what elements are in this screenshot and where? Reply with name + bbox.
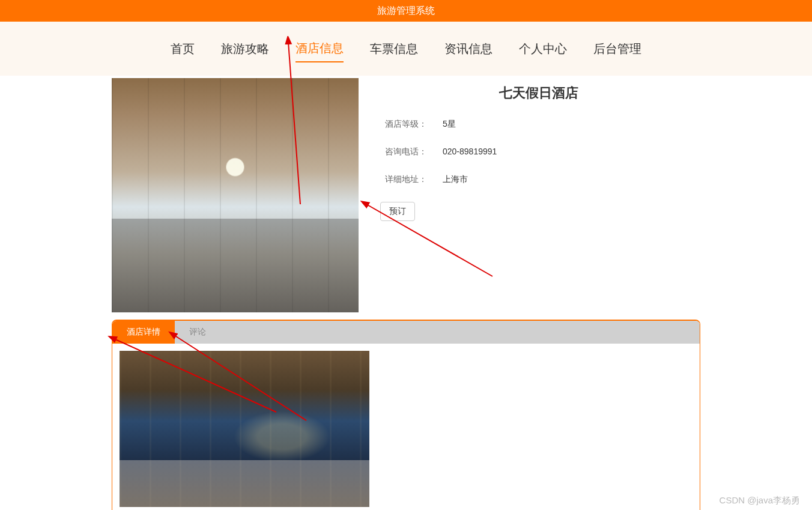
- main-content: 七天假日酒店 酒店等级： 5星 咨询电话： 020-89819991 详细地址：…: [112, 76, 700, 510]
- header-bar: 旅游管理系统: [0, 0, 812, 22]
- grade-value: 5星: [443, 119, 456, 130]
- hotel-info-panel: 七天假日酒店 酒店等级： 5星 咨询电话： 020-89819991 详细地址：…: [377, 78, 700, 312]
- phone-value: 020-89819991: [443, 147, 497, 157]
- hotel-detail-row: 七天假日酒店 酒店等级： 5星 咨询电话： 020-89819991 详细地址：…: [112, 78, 700, 312]
- nav-news[interactable]: 资讯信息: [444, 36, 492, 62]
- hotel-detail-image: [120, 351, 369, 507]
- tab-content: [112, 344, 700, 510]
- watermark: CSDN @java李杨勇: [720, 495, 800, 506]
- book-button[interactable]: 预订: [380, 202, 415, 221]
- grade-label: 酒店等级：: [385, 119, 443, 130]
- tabs-card: 酒店详情 评论: [112, 320, 700, 510]
- phone-label: 咨询电话：: [385, 147, 443, 157]
- info-address: 详细地址： 上海市: [377, 174, 700, 185]
- nav-admin[interactable]: 后台管理: [593, 36, 641, 62]
- nav-hotel[interactable]: 酒店信息: [295, 35, 344, 62]
- tab-comment[interactable]: 评论: [175, 321, 220, 344]
- app-title: 旅游管理系统: [377, 5, 435, 17]
- info-phone: 咨询电话： 020-89819991: [377, 147, 700, 157]
- tab-detail[interactable]: 酒店详情: [112, 321, 175, 344]
- info-grade: 酒店等级： 5星: [377, 119, 700, 130]
- addr-label: 详细地址：: [385, 174, 443, 185]
- nav-ticket[interactable]: 车票信息: [370, 36, 418, 62]
- nav-profile[interactable]: 个人中心: [519, 36, 567, 62]
- hotel-main-image: [112, 78, 359, 312]
- addr-value: 上海市: [443, 174, 468, 185]
- nav-home[interactable]: 首页: [171, 36, 195, 62]
- nav-strategy[interactable]: 旅游攻略: [221, 36, 269, 62]
- nav-bar: 首页 旅游攻略 酒店信息 车票信息 资讯信息 个人中心 后台管理: [0, 22, 812, 76]
- hotel-title: 七天假日酒店: [377, 84, 700, 102]
- tabs-header: 酒店详情 评论: [112, 321, 700, 344]
